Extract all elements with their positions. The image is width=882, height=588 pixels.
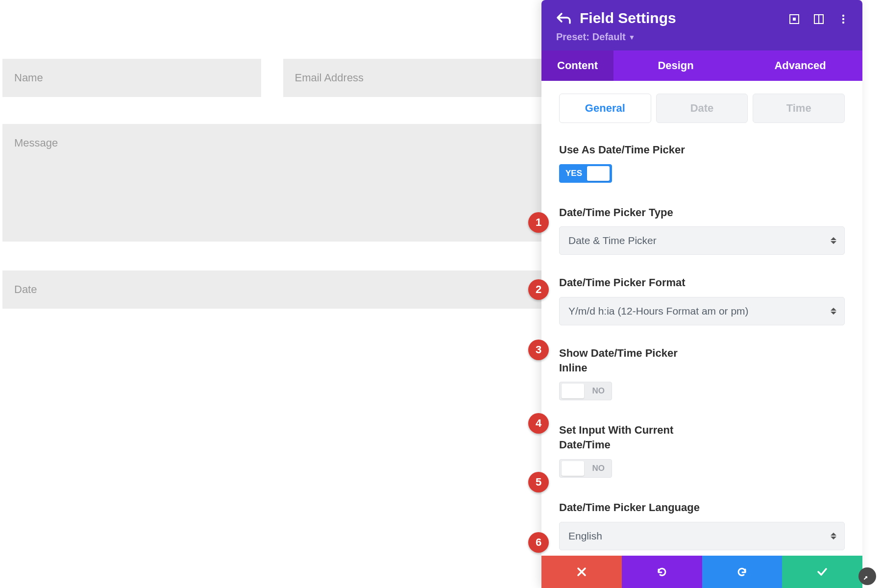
panel-body[interactable]: General Date Time Use As Date/Time Picke… xyxy=(541,81,862,556)
select-caret-icon xyxy=(831,237,836,244)
date-field[interactable] xyxy=(2,270,541,309)
field-settings-panel: Field Settings Preset: Default ▼ Content… xyxy=(541,0,862,588)
expand-icon[interactable] xyxy=(789,14,800,24)
tab-content[interactable]: Content xyxy=(541,50,613,81)
annotation-badge-3: 3 xyxy=(528,340,549,360)
subtab-time[interactable]: Time xyxy=(753,94,845,123)
toggle-knob xyxy=(587,166,610,181)
setting-label: Date/Time Picker Format xyxy=(559,275,706,290)
main-tabs: Content Design Advanced xyxy=(541,50,862,81)
setting-use-picker: Use As Date/Time Picker YES xyxy=(559,143,845,185)
annotation-badge-1: 1 xyxy=(528,212,549,233)
save-button[interactable] xyxy=(782,556,862,588)
message-field[interactable] xyxy=(2,124,541,242)
select-caret-icon xyxy=(831,308,836,315)
svg-point-4 xyxy=(842,15,844,17)
back-icon[interactable] xyxy=(556,11,571,25)
subtab-date[interactable]: Date xyxy=(656,94,748,123)
setting-current-datetime: Set Input With Current Date/Time NO xyxy=(559,423,845,479)
setting-label: Use As Date/Time Picker xyxy=(559,143,706,157)
setting-show-inline: Show Date/Time Picker Inline NO xyxy=(559,346,845,402)
setting-label: Show Date/Time Picker Inline xyxy=(559,346,706,375)
panel-title: Field Settings xyxy=(580,10,676,26)
toggle-use-picker[interactable]: YES xyxy=(559,164,612,183)
toggle-knob xyxy=(562,384,584,398)
toggle-current-datetime[interactable]: NO xyxy=(559,459,612,478)
preset-value: Default xyxy=(592,31,626,43)
name-field[interactable] xyxy=(2,59,261,97)
toggle-knob xyxy=(562,461,584,476)
panel-header: Field Settings Preset: Default ▼ xyxy=(541,0,862,50)
select-picker-format[interactable]: Y/m/d h:ia (12-Hours Format am or pm) xyxy=(559,297,845,325)
preset-label: Preset: xyxy=(556,31,589,43)
annotation-badge-4: 4 xyxy=(528,413,549,434)
subtab-general[interactable]: General xyxy=(559,94,651,123)
preset-selector[interactable]: Preset: Default ▼ xyxy=(556,31,848,43)
undo-button[interactable] xyxy=(622,556,702,588)
form-preview xyxy=(0,0,541,309)
setting-language: Date/Time Picker Language English xyxy=(559,500,845,550)
columns-icon[interactable] xyxy=(813,14,824,24)
tab-advanced[interactable]: Advanced xyxy=(738,50,862,81)
close-button[interactable] xyxy=(541,556,622,588)
annotation-badge-5: 5 xyxy=(528,472,549,492)
toggle-show-inline[interactable]: NO xyxy=(559,382,612,400)
help-fab[interactable] xyxy=(858,567,876,585)
redo-button[interactable] xyxy=(702,556,783,588)
setting-label: Set Input With Current Date/Time xyxy=(559,423,706,452)
email-field[interactable] xyxy=(283,59,542,97)
setting-label: Date/Time Picker Language xyxy=(559,500,706,515)
svg-point-5 xyxy=(842,18,844,20)
setting-label: Date/Time Picker Type xyxy=(559,205,706,220)
select-language[interactable]: English xyxy=(559,522,845,550)
chevron-down-icon: ▼ xyxy=(629,33,636,41)
select-caret-icon xyxy=(831,533,836,539)
sub-tabs: General Date Time xyxy=(559,94,845,123)
setting-picker-type: Date/Time Picker Type Date & Time Picker xyxy=(559,205,845,255)
annotation-badge-2: 2 xyxy=(528,279,549,300)
svg-rect-1 xyxy=(793,18,796,21)
tab-design[interactable]: Design xyxy=(613,50,738,81)
panel-footer xyxy=(541,556,862,588)
more-icon[interactable] xyxy=(838,14,849,24)
setting-picker-format: Date/Time Picker Format Y/m/d h:ia (12-H… xyxy=(559,275,845,325)
annotation-badge-6: 6 xyxy=(528,532,549,553)
select-picker-type[interactable]: Date & Time Picker xyxy=(559,226,845,255)
svg-point-6 xyxy=(842,22,844,24)
